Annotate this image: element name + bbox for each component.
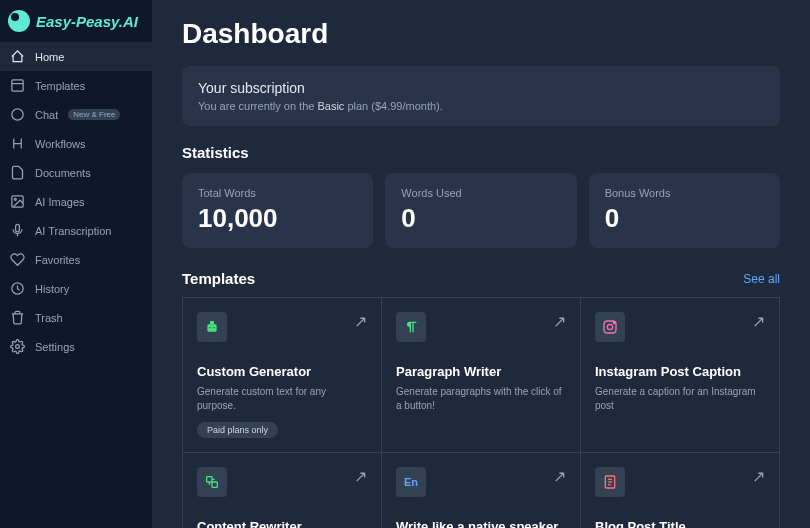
svg-rect-6 [207,324,216,331]
arrow-icon[interactable]: ↗ [354,312,367,331]
nav-item-trash[interactable]: Trash [0,303,152,332]
nav-label: Favorites [35,254,80,266]
stat-label: Bonus Words [605,187,764,199]
stat-value: 10,000 [198,203,357,234]
nav-item-workflows[interactable]: Workflows [0,129,152,158]
nav-label: AI Images [35,196,85,208]
sidebar: Easy-Peasy.AI Home Templates Chat New & … [0,0,152,528]
statistics-row: Total Words 10,000 Words Used 0 Bonus Wo… [182,173,780,248]
stat-card-bonus-words: Bonus Words 0 [589,173,780,248]
template-title: Instagram Post Caption [595,364,765,379]
subscription-desc: You are currently on the Basic plan ($4.… [198,100,764,112]
nav-badge: New & Free [68,109,120,120]
subscription-title: Your subscription [198,80,764,96]
nav-label: AI Transcription [35,225,111,237]
nav-item-ai-images[interactable]: AI Images [0,187,152,216]
en-icon: En [396,467,426,497]
robot-icon [197,312,227,342]
nav-label: Trash [35,312,63,324]
instagram-icon [595,312,625,342]
stat-label: Total Words [198,187,357,199]
stat-value: 0 [605,203,764,234]
svg-point-3 [14,198,16,200]
favorites-icon [10,252,25,267]
template-desc: Generate paragraphs with the click of a … [396,385,566,413]
main-content: Dashboard Your subscription You are curr… [152,0,810,528]
template-card-content-rewriter[interactable]: ↗ Content Rewriter Make your content shi… [183,453,382,528]
templates-grid: ↗ Custom Generator Generate custom text … [182,297,780,528]
svg-point-12 [613,322,614,323]
nav-item-history[interactable]: History [0,274,152,303]
stat-card-words-used: Words Used 0 [385,173,576,248]
images-icon [10,194,25,209]
nav-item-settings[interactable]: Settings [0,332,152,361]
stat-card-total-words: Total Words 10,000 [182,173,373,248]
template-card-paragraph-writer[interactable]: ↗ Paragraph Writer Generate paragraphs w… [382,298,581,453]
chat-icon [10,107,25,122]
trash-icon [10,310,25,325]
svg-rect-0 [12,80,23,91]
template-title: Custom Generator [197,364,367,379]
statistics-title: Statistics [182,144,780,161]
svg-rect-7 [210,321,214,324]
template-title: Content Rewriter [197,519,367,528]
arrow-icon[interactable]: ↗ [553,312,566,331]
template-card-custom-generator[interactable]: ↗ Custom Generator Generate custom text … [183,298,382,453]
template-title: Blog Post Title [595,519,765,528]
svg-point-8 [209,327,210,328]
templates-header: Templates See all [182,270,780,287]
arrow-icon[interactable]: ↗ [354,467,367,486]
nav-label: Documents [35,167,91,179]
arrow-icon[interactable]: ↗ [553,467,566,486]
templates-title: Templates [182,270,255,287]
templates-icon [10,78,25,93]
stat-value: 0 [401,203,560,234]
template-title: Paragraph Writer [396,364,566,379]
subscription-card: Your subscription You are currently on t… [182,66,780,126]
template-card-instagram-caption[interactable]: ↗ Instagram Post Caption Generate a capt… [581,298,780,453]
blog-icon [595,467,625,497]
svg-rect-14 [212,482,217,487]
template-card-blog-post-title[interactable]: ↗ Blog Post Title Generate catchy titles… [581,453,780,528]
nav-item-documents[interactable]: Documents [0,158,152,187]
template-title: Write like a native speaker [396,519,566,528]
see-all-link[interactable]: See all [743,272,780,286]
svg-point-11 [607,324,612,329]
settings-icon [10,339,25,354]
nav-item-templates[interactable]: Templates [0,71,152,100]
home-icon [10,49,25,64]
svg-point-9 [213,327,214,328]
nav-item-favorites[interactable]: Favorites [0,245,152,274]
logo[interactable]: Easy-Peasy.AI [0,0,152,42]
logo-icon [8,10,30,32]
paragraph-icon [396,312,426,342]
nav-label: Chat [35,109,58,121]
page-title: Dashboard [182,18,780,50]
logo-text: Easy-Peasy.AI [36,13,138,30]
nav: Home Templates Chat New & Free Workflows… [0,42,152,361]
stat-label: Words Used [401,187,560,199]
template-desc: Generate a caption for an Instagram post [595,385,765,413]
svg-point-5 [16,345,20,349]
svg-rect-13 [207,477,212,482]
nav-item-chat[interactable]: Chat New & Free [0,100,152,129]
rewriter-icon [197,467,227,497]
nav-label: Home [35,51,64,63]
workflows-icon [10,136,25,151]
documents-icon [10,165,25,180]
arrow-icon[interactable]: ↗ [752,312,765,331]
transcription-icon [10,223,25,238]
nav-item-ai-transcription[interactable]: AI Transcription [0,216,152,245]
nav-label: Templates [35,80,85,92]
paid-badge: Paid plans only [197,422,278,438]
nav-label: Workflows [35,138,86,150]
template-desc: Generate custom text for any purpose. [197,385,367,413]
template-card-native-speaker[interactable]: En ↗ Write like a native speaker Clear, … [382,453,581,528]
history-icon [10,281,25,296]
arrow-icon[interactable]: ↗ [752,467,765,486]
nav-label: History [35,283,69,295]
nav-label: Settings [35,341,75,353]
nav-item-home[interactable]: Home [0,42,152,71]
